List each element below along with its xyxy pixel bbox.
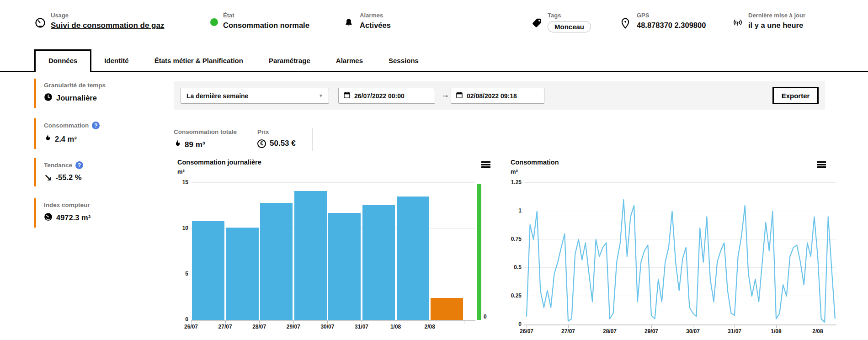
tag-chip-monceau[interactable]: Monceau xyxy=(548,21,591,32)
last-update-label: Dernière mise à jour xyxy=(748,12,805,19)
export-button[interactable]: Exporter xyxy=(772,87,819,104)
sidebar-item-consumption: Consommation ? 2.4 m³ xyxy=(34,118,142,149)
y-axis-tick-10: 10 xyxy=(174,225,188,231)
x-axis-tick-1/08: 1/08 xyxy=(771,328,781,335)
range-arrow-icon: → xyxy=(441,90,449,100)
gridline xyxy=(191,182,475,183)
period-select-value: La dernière semaine xyxy=(186,92,248,100)
x-axis-tick-27/07: 27/07 xyxy=(218,324,232,330)
last-update-block: Dernière mise à jour il y a une heure xyxy=(732,12,805,30)
x-axis-tick-26/07: 26/07 xyxy=(184,324,198,330)
tags-label: Tags xyxy=(548,12,591,19)
status-dot xyxy=(210,18,218,26)
x-axis-tick-28/07: 28/07 xyxy=(252,324,266,330)
bar-30/07[interactable] xyxy=(328,213,361,320)
alarms-block: Alarmes Activées xyxy=(344,12,391,30)
calendar-icon xyxy=(456,91,463,100)
sidebar-item-trend: Tendance ? ↘ -55.2 % xyxy=(34,158,142,186)
granularity-label: Granularité de temps xyxy=(44,82,142,89)
y-axis-tick-0.75: 0.75 xyxy=(507,236,522,242)
consumption-value: 2.4 m³ xyxy=(55,135,77,143)
x-axis-tick-28/07: 28/07 xyxy=(603,328,617,335)
daily-chart-scale-label: 0 xyxy=(484,313,487,320)
total-consumption-value: 89 m³ xyxy=(185,140,205,149)
trend-label: Tendance xyxy=(44,162,72,169)
tab-identite[interactable]: Identité xyxy=(91,51,141,71)
tab-bar: Données Identité États métier & Planific… xyxy=(0,49,868,72)
daily-chart-title: Consommation journalière xyxy=(177,159,261,166)
sidebar-item-granularity: Granularité de temps Journalière xyxy=(34,79,142,108)
tab-sessions[interactable]: Sessions xyxy=(376,51,431,71)
gps-value: 48.878370 2.309800 xyxy=(637,21,706,30)
alarms-value: Activées xyxy=(360,21,391,30)
usage-label: Usage xyxy=(51,12,164,19)
y-axis-tick-0.5: 0.5 xyxy=(507,264,522,271)
x-axis-tick-26/07: 26/07 xyxy=(520,328,533,335)
bar-1/08[interactable] xyxy=(397,197,429,320)
date-to-value: 02/08/2022 09:18 xyxy=(467,92,517,100)
bar-29/07[interactable] xyxy=(294,191,327,320)
tab-etats-metier-planification[interactable]: États métier & Planification xyxy=(142,51,256,71)
tab-donnees[interactable]: Données xyxy=(34,49,91,72)
x-axis-tick-2/08: 2/08 xyxy=(425,324,435,330)
line-chart-unit: m³ xyxy=(511,168,518,175)
tags-block: Tags Monceau xyxy=(532,12,591,32)
consumption-line-series xyxy=(527,200,835,322)
x-axis-tick-31/07: 31/07 xyxy=(355,324,368,330)
stats-divider xyxy=(252,128,252,151)
usage-value-link[interactable]: Suivi de consommation de gaz xyxy=(51,21,164,30)
consumption-line-chart: Consommation m³ 00.250.50.7511.25 26/072… xyxy=(507,158,868,338)
flame-icon xyxy=(44,133,51,144)
bell-icon xyxy=(344,17,355,28)
consumption-label: Consommation xyxy=(44,122,89,129)
total-consumption-stat: Consommation totale 89 m³ xyxy=(174,128,237,150)
y-axis-tick-0.25: 0.25 xyxy=(507,292,522,299)
x-axis-tick-30/07: 30/07 xyxy=(686,328,700,335)
tab-alarmes[interactable]: Alarmes xyxy=(323,51,376,71)
date-to-input[interactable]: 02/08/2022 09:18 xyxy=(451,88,544,104)
bar-27/07[interactable] xyxy=(226,228,259,320)
x-axis-tick-31/07: 31/07 xyxy=(728,328,741,335)
bar-31/07[interactable] xyxy=(362,205,395,320)
daily-chart-menu-icon[interactable] xyxy=(481,161,490,168)
line-chart-menu-icon[interactable] xyxy=(817,161,826,168)
daily-consumption-chart: Consommation journalière m³ 051015 26/07… xyxy=(174,158,494,338)
stats-divider xyxy=(312,128,313,151)
x-axis-tick-27/07: 27/07 xyxy=(561,328,575,335)
bar-26/07[interactable] xyxy=(192,221,224,320)
daily-chart-unit: m³ xyxy=(177,168,185,175)
status-value: Consommation normale xyxy=(223,21,309,30)
flame-icon xyxy=(174,139,181,150)
line-chart-plot xyxy=(524,183,836,325)
sidebar-item-meter-index: Index compteur 4972.3 m³ xyxy=(34,198,142,228)
x-axis-tick-2/08: 2/08 xyxy=(812,328,823,335)
usage-block: Usage Suivi de consommation de gaz xyxy=(35,12,164,30)
status-block: État Consommation normale xyxy=(210,12,309,30)
chevron-down-icon: ▼ xyxy=(319,93,323,98)
daily-chart-plot xyxy=(191,183,475,321)
last-update-value: il y a une heure xyxy=(748,21,805,30)
gps-block: GPS 48.878370 2.309800 xyxy=(621,12,706,30)
xtick xyxy=(464,321,464,324)
tag-icon xyxy=(532,17,543,28)
x-axis-tick-1/08: 1/08 xyxy=(390,324,401,330)
date-from-input[interactable]: 26/07/2022 00:00 xyxy=(338,88,435,104)
bar-2/08[interactable] xyxy=(431,298,463,320)
y-axis-tick-15: 15 xyxy=(174,179,188,186)
bar-28/07[interactable] xyxy=(260,203,293,320)
trend-value: -55.2 % xyxy=(56,173,82,182)
tab-parametrage[interactable]: Paramétrage xyxy=(256,51,323,71)
alarms-label: Alarmes xyxy=(360,12,391,19)
filter-bar: La dernière semaine ▼ 26/07/2022 00:00 →… xyxy=(174,81,825,110)
consumption-help-icon[interactable]: ? xyxy=(92,122,100,129)
gps-label: GPS xyxy=(637,12,706,19)
calendar-icon xyxy=(343,91,351,100)
granularity-value: Journalière xyxy=(56,94,97,102)
period-select[interactable]: La dernière semaine ▼ xyxy=(181,88,329,104)
location-pin-icon xyxy=(621,17,632,29)
price-stat: Prix € 50.53 € xyxy=(257,128,296,148)
date-from-value: 26/07/2022 00:00 xyxy=(354,92,405,100)
trend-help-icon[interactable]: ? xyxy=(75,161,83,169)
y-axis-tick-1: 1 xyxy=(507,207,522,214)
y-axis-tick-1.25: 1.25 xyxy=(507,179,522,186)
